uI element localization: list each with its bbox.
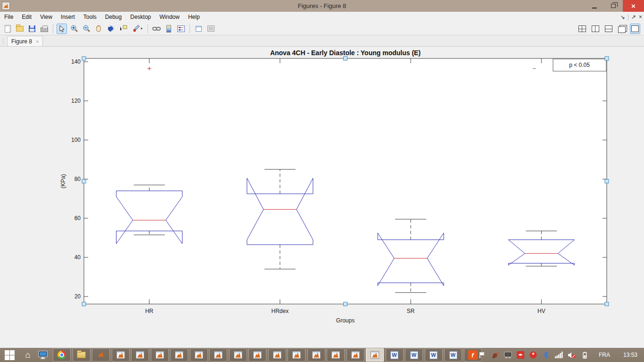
- selection-handle[interactable]: [605, 180, 609, 183]
- brush-dropdown-icon[interactable]: ▾: [140, 26, 142, 31]
- restore-button[interactable]: [604, 0, 623, 12]
- remote-desktop-icon[interactable]: [504, 351, 512, 359]
- matlab-figure-button[interactable]: [112, 348, 130, 362]
- chrome-taskbar-button[interactable]: [53, 348, 71, 362]
- explorer-taskbar-button[interactable]: [73, 348, 91, 362]
- dock-arrow-icon[interactable]: ↘: [620, 14, 625, 20]
- plottools-on-icon[interactable]: [206, 24, 216, 34]
- matlab-figure-button[interactable]: [288, 348, 305, 362]
- menu-file[interactable]: File: [0, 12, 17, 22]
- pointer-icon[interactable]: [57, 24, 67, 34]
- link-plots-icon[interactable]: [151, 24, 162, 34]
- new-document-icon[interactable]: [2, 24, 13, 34]
- windows-start-icon[interactable]: [4, 350, 15, 360]
- undock-arrow-icon[interactable]: ↗: [631, 14, 636, 20]
- insert-colorbar-icon[interactable]: [164, 24, 174, 34]
- matlab-figure-button-active[interactable]: [366, 348, 384, 362]
- zoom-in-icon[interactable]: [69, 24, 79, 34]
- matlab-figure-button[interactable]: [268, 348, 286, 362]
- avira-icon[interactable]: ☂: [516, 351, 525, 359]
- selection-handle[interactable]: [82, 57, 86, 60]
- figure-toolbar: ▾: [0, 22, 644, 35]
- float-windows-icon[interactable]: [617, 24, 627, 34]
- svg-text:☂: ☂: [518, 353, 523, 358]
- tab-grip-handle[interactable]: [2, 38, 4, 45]
- matlab-figure-button[interactable]: [151, 348, 169, 362]
- clock[interactable]: 13:53: [623, 348, 637, 362]
- menu-desktop[interactable]: Desktop: [126, 12, 155, 22]
- tile-grid-icon[interactable]: [577, 24, 587, 34]
- selection-handle[interactable]: [344, 57, 347, 60]
- system-tray: ☂*: [478, 348, 588, 362]
- plot-axes[interactable]: [84, 58, 607, 304]
- single-pane-icon[interactable]: [630, 24, 640, 34]
- data-cursor-icon[interactable]: [118, 24, 128, 34]
- matlab-logo-icon: [98, 351, 104, 359]
- tab-figure8[interactable]: Figure 8 ×: [7, 36, 43, 46]
- matlab-figure-button[interactable]: [190, 348, 208, 362]
- toolbar-separator: [190, 24, 190, 33]
- selection-handle[interactable]: [82, 180, 86, 183]
- matlab-figure-button[interactable]: [327, 348, 345, 362]
- figure-window-icon: [273, 351, 281, 359]
- insert-legend-icon[interactable]: [176, 24, 186, 34]
- menu-view[interactable]: View: [36, 12, 57, 22]
- matlab-figure-button[interactable]: [131, 348, 149, 362]
- bluetooth-icon[interactable]: [542, 351, 550, 359]
- menu-window[interactable]: Window: [155, 12, 184, 22]
- save-icon[interactable]: [27, 24, 37, 34]
- matlab-figure-button[interactable]: [307, 348, 325, 362]
- matlab-figure-button[interactable]: [209, 348, 227, 362]
- matlab-taskbar-button[interactable]: [92, 348, 110, 362]
- matlab-figure-button[interactable]: [170, 348, 188, 362]
- flag-icon[interactable]: [478, 351, 487, 359]
- y-tick-label: 40: [74, 254, 81, 261]
- rotate-3d-icon[interactable]: [106, 24, 116, 34]
- home-icon[interactable]: ⌂: [23, 350, 33, 360]
- figure-canvas[interactable]: Anova 4CH - Early Diastole : Young modul…: [0, 47, 644, 348]
- menu-insert[interactable]: Insert: [57, 12, 79, 22]
- minimize-button[interactable]: [585, 0, 604, 12]
- chart-title: Anova 4CH - Early Diastole : Young modul…: [270, 49, 421, 57]
- boxplot-svg: Anova 4CH - Early Diastole : Young modul…: [0, 47, 644, 348]
- menu-tools[interactable]: Tools: [79, 12, 101, 22]
- matlab-figure-button[interactable]: [347, 348, 364, 362]
- selection-handle[interactable]: [605, 57, 609, 60]
- close-icon[interactable]: ×: [639, 14, 642, 20]
- legend-text: p < 0.05: [569, 62, 590, 68]
- selection-handle[interactable]: [605, 302, 609, 306]
- zoom-out-icon[interactable]: [81, 24, 91, 34]
- tab-close-icon[interactable]: ×: [36, 39, 39, 44]
- brush-icon[interactable]: ▾: [130, 24, 144, 34]
- pan-hand-icon[interactable]: [93, 24, 104, 34]
- usb-device-icon[interactable]: [491, 351, 499, 359]
- close-button[interactable]: ×: [623, 0, 644, 12]
- update-star-icon[interactable]: *: [529, 351, 537, 359]
- open-folder-icon[interactable]: [15, 24, 25, 34]
- split-columns-icon[interactable]: [590, 24, 601, 34]
- menu-debug[interactable]: Debug: [101, 12, 126, 22]
- menu-help[interactable]: Help: [184, 12, 204, 22]
- signal-bars-icon[interactable]: [554, 351, 563, 359]
- split-rows-icon[interactable]: [603, 24, 614, 34]
- figure-window-icon: [214, 351, 223, 359]
- show-desktop-icon[interactable]: [38, 350, 48, 360]
- word-document-button[interactable]: W: [444, 348, 462, 362]
- menu-edit[interactable]: Edit: [17, 12, 36, 22]
- battery-icon[interactable]: [580, 351, 588, 359]
- selection-handle[interactable]: [82, 302, 86, 306]
- selection-handle[interactable]: [344, 302, 347, 306]
- y-axis-label: (KPa): [60, 174, 66, 189]
- matlab-figure-button[interactable]: [229, 348, 247, 362]
- x-tick-label: SR: [407, 308, 415, 314]
- word-document-button[interactable]: W: [405, 348, 423, 362]
- word-document-button[interactable]: W: [425, 348, 443, 362]
- volume-muted-icon[interactable]: [567, 351, 576, 359]
- matlab-figure-button[interactable]: [248, 348, 266, 362]
- print-icon[interactable]: [39, 24, 50, 34]
- figure-window-icon: [116, 351, 125, 359]
- window-title: Figures - Figure 8: [0, 2, 644, 9]
- plottools-off-icon[interactable]: [193, 24, 204, 34]
- language-indicator[interactable]: FRA: [599, 348, 610, 362]
- word-document-button[interactable]: W: [386, 348, 404, 362]
